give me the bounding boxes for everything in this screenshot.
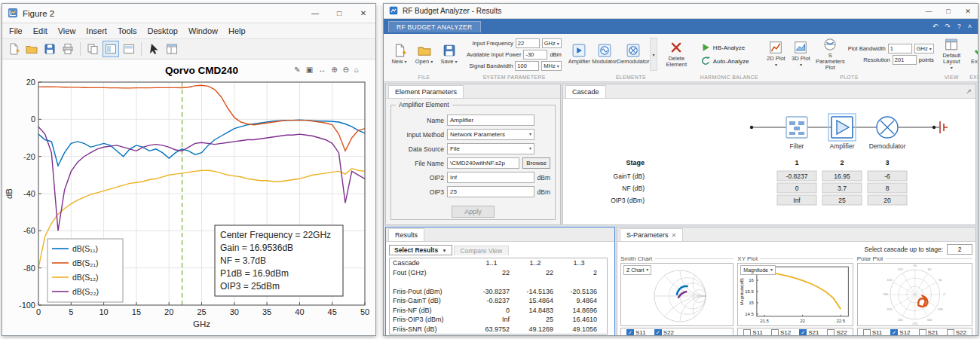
redo-icon[interactable]: ↷ [945, 23, 951, 30]
toolbar-layout-button[interactable] [164, 41, 180, 57]
checkbox-S11[interactable]: ✓S11 [625, 329, 648, 336]
tab-element-parameters[interactable]: Element Parameters [388, 85, 464, 98]
checkbox-S12[interactable]: S12 [770, 329, 792, 336]
tab-cascade[interactable]: Cascade [565, 85, 606, 98]
datatip-icon[interactable]: ▣ [306, 66, 313, 74]
elements-gallery-expand[interactable]: ▾ [650, 38, 657, 71]
minimize-button[interactable]: — [919, 4, 939, 18]
tab-compare-view[interactable]: Compare View [454, 246, 510, 255]
svg-text:-20: -20 [23, 152, 35, 161]
toolstrip-button-new[interactable]: New ▾ [387, 42, 411, 66]
menu-view[interactable]: View [53, 25, 81, 37]
input-frequency-input[interactable]: 22 [516, 38, 540, 48]
checkbox-S21[interactable]: ✓S21 [798, 329, 820, 336]
zoom-out-icon[interactable]: ⊖ [343, 66, 349, 74]
toolstrip-button-open[interactable]: Open ▾ [412, 42, 436, 66]
oip3-input[interactable]: 25 [447, 186, 534, 197]
checkbox-S21[interactable]: S21 [917, 329, 940, 336]
pan-icon[interactable]: ↔ [318, 66, 326, 74]
close-button[interactable]: ✕ [958, 4, 978, 18]
apply-button[interactable]: Apply [452, 206, 495, 218]
brush-icon[interactable]: ✎ [294, 66, 300, 74]
smith-chart-plot-area[interactable]: Z Chart▾ [620, 263, 733, 326]
svg-text:Gain = 16.9536dB: Gain = 16.9536dB [220, 243, 293, 253]
toolbar-pointer-button[interactable] [145, 41, 162, 57]
home-icon[interactable]: ⌂ [354, 66, 359, 74]
xy-plot-plot-area[interactable]: Magnitude▾21.52222.514.51515.51616.5Magn… [737, 263, 853, 326]
menu-tools[interactable]: Tools [112, 25, 142, 37]
oip2-input[interactable]: Inf [447, 172, 534, 183]
cascade-block-demodulator[interactable]: Demodulator [869, 117, 906, 150]
menu-help[interactable]: Help [223, 25, 251, 37]
toolbar-toggleA-button[interactable] [103, 41, 119, 57]
input-method-select[interactable]: Network Parameters▾ [447, 129, 534, 140]
checkbox-S22[interactable]: S22 [945, 329, 968, 336]
plot-bandwidth-unit-select[interactable]: GHz ▾ [914, 44, 934, 53]
xy-plot-type-select[interactable]: Magnitude▾ [740, 265, 776, 275]
undock-icon[interactable]: ↗ [966, 87, 972, 95]
tab-results[interactable]: Results [388, 228, 424, 241]
toolstrip-button-delete-element[interactable]: Delete Element [659, 39, 694, 70]
menu-file[interactable]: File [4, 25, 28, 37]
figure-titlebar[interactable]: Figure 2 — □ ✕ [2, 4, 375, 23]
toolstrip-button-demodulator[interactable]: Demodulator [618, 42, 648, 66]
maximize-button[interactable]: □ [327, 4, 351, 23]
zoom-in-icon[interactable]: ⊕ [331, 66, 337, 74]
resolution-input[interactable]: 201 [893, 55, 917, 65]
input-frequency-unit-select[interactable]: GHz ▾ [542, 38, 562, 48]
toolbar-copy-button[interactable] [84, 41, 101, 57]
checkbox-S22[interactable]: ✓S22 [653, 329, 675, 336]
menu-window[interactable]: Window [183, 25, 223, 37]
toolstrip-button-amplifier[interactable]: Amplifier [568, 42, 591, 66]
name-input[interactable]: Amplifier [447, 115, 534, 126]
toolstrip-button-3d-plot[interactable]: 3D Plot ▾ [789, 39, 813, 70]
maximize-button[interactable]: □ [939, 4, 958, 18]
plot-bandwidth-input[interactable]: 1 [888, 44, 912, 53]
toolstrip-button-default-layout[interactable]: Default Layout ▾ [940, 36, 963, 73]
data-source-select[interactable]: File▾ [447, 143, 534, 154]
toolstrip-button-auto-analyze[interactable]: Auto-Analyze [700, 56, 749, 66]
minimize-button[interactable]: — [303, 4, 327, 23]
menu-insert[interactable]: Insert [81, 25, 112, 37]
checkbox-S12[interactable]: ✓S12 [889, 329, 911, 336]
toolstrip-button-save[interactable]: Save ▾ [437, 42, 461, 66]
rf-titlebar[interactable]: RF Budget Analyzer - Results — □ ✕ [384, 4, 978, 19]
close-button[interactable]: ✕ [351, 4, 375, 23]
smith-chart-type-select[interactable]: Z Chart▾ [623, 265, 651, 275]
file-name-input[interactable]: \CMD240withNF.s2p [447, 157, 519, 169]
toolbar-toggleB-button[interactable] [121, 41, 137, 57]
help-icon[interactable]: ? [957, 23, 961, 30]
checkbox-S22[interactable]: S22 [825, 329, 848, 336]
available-input-power-input[interactable]: -30 [523, 50, 547, 60]
menu-desktop[interactable]: Desktop [142, 25, 183, 37]
stage-selector-input[interactable]: 2 [947, 244, 972, 255]
cascade-block-amplifier[interactable]: Amplifier [828, 114, 856, 150]
checkbox-icon: ✓ [626, 329, 634, 336]
menu-edit[interactable]: Edit [28, 25, 53, 37]
toolstrip-button-2d-plot[interactable]: 2D Plot ▾ [764, 39, 788, 70]
tab-rf-budget-analyzer[interactable]: RF BUDGET ANALYZER [388, 21, 481, 32]
cascade-block-filter[interactable]: Filter [786, 117, 807, 150]
tab-sparameters[interactable]: S-Parameters✕ [620, 228, 683, 241]
checkbox-S11[interactable]: S11 [862, 329, 884, 336]
signal-bandwidth-unit-select[interactable]: MHz ▾ [541, 61, 562, 71]
toolstrip-button-hb-analyze[interactable]: HB-Analyze [700, 42, 749, 53]
checkbox-S11[interactable]: S11 [742, 329, 764, 336]
collapse-icon[interactable]: ˄ [968, 23, 972, 30]
smith-chart-trace-toggles: ✓S11✓S22 [620, 328, 733, 335]
close-tab-icon[interactable]: ✕ [672, 231, 677, 240]
browse-button[interactable]: Browse [522, 157, 550, 169]
toolstrip-button-modulator[interactable]: Modulator [593, 42, 617, 66]
undo-icon[interactable]: ↶ [933, 23, 939, 30]
toolstrip-button-export[interactable]: Export ▾ [969, 42, 978, 66]
signal-bandwidth-input[interactable]: 100 [515, 61, 539, 71]
toolbar-save-button[interactable] [41, 41, 58, 57]
polar-plot-plot-area[interactable]: 0306090120150180210240270300330 [857, 263, 972, 326]
toolbar-new-button[interactable] [5, 41, 22, 57]
sparameter-chart[interactable]: 05101520253035404550-100-80-60-40-20020Q… [2, 60, 375, 335]
cascade-diagram[interactable]: FilterAmplifierDemodulatorStage123GainT … [563, 99, 976, 225]
toolbar-print-button[interactable] [60, 41, 76, 57]
toolbar-open-button[interactable] [23, 41, 40, 57]
select-results-button[interactable]: Select Results▼ [389, 245, 452, 255]
toolstrip-button-s-parameters-plot[interactable]: S Parameters Plot [814, 36, 847, 73]
